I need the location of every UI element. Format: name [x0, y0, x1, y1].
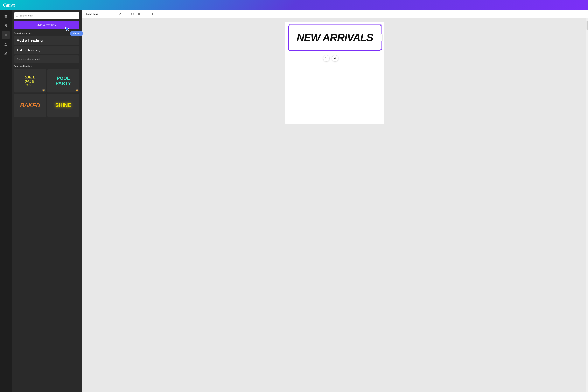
svg-point-10	[6, 62, 7, 62]
svg-rect-24	[144, 14, 144, 14]
sidebar-item-apps[interactable]	[2, 59, 10, 67]
crown-badge-sale: 👑	[42, 89, 45, 92]
spacing-icon	[150, 12, 153, 16]
svg-rect-3	[6, 16, 7, 18]
font-combo-pool-party[interactable]: POOL PARTY 👑	[47, 69, 79, 92]
font-combo-shine[interactable]: SHINE	[47, 94, 79, 117]
subheading-style-item[interactable]: Add a subheading	[14, 46, 79, 54]
list-button[interactable]	[142, 12, 148, 16]
text-panel: Add a text box Default text styles Add a…	[12, 10, 82, 131]
text-icon	[4, 34, 8, 36]
default-styles-title: Default text styles	[14, 32, 79, 34]
svg-rect-25	[145, 14, 146, 14]
sidebar-item-templates[interactable]	[2, 12, 10, 20]
align-button[interactable]	[136, 12, 142, 16]
font-selector[interactable]: Canva Sans	[84, 12, 110, 16]
sidebar-item-elements[interactable]	[2, 22, 10, 30]
sale-line2: SALE	[25, 80, 36, 83]
pool-line1: POOL	[56, 76, 71, 81]
font-combinations-title: Font combinations	[14, 65, 79, 68]
canva-logo: Canva	[3, 2, 14, 8]
increase-font-size-button[interactable]: +	[124, 12, 128, 16]
chevron-down-icon	[106, 13, 108, 15]
subheading-style-label: Add a subheading	[16, 48, 40, 52]
svg-point-11	[5, 63, 5, 63]
toolbar: Canva Sans − 24 +	[82, 10, 196, 18]
svg-point-13	[6, 63, 7, 63]
svg-point-14	[5, 64, 5, 64]
sidebar-item-draw[interactable]	[2, 50, 10, 58]
align-icon	[138, 12, 140, 16]
search-input[interactable]	[20, 14, 78, 17]
heading-style-item[interactable]: Add a heading	[14, 36, 79, 45]
draw-icon	[4, 52, 8, 55]
svg-rect-19	[138, 13, 140, 14]
search-bar	[14, 12, 79, 19]
svg-point-9	[6, 62, 6, 62]
font-combo-baked[interactable]: BAKED	[14, 94, 46, 117]
upload-icon	[4, 43, 8, 46]
svg-rect-23	[145, 13, 146, 14]
header-bar: Canva	[0, 0, 196, 10]
tooltip-marion: Marion	[70, 31, 83, 36]
spacing-button[interactable]	[149, 12, 154, 16]
font-combo-grid: SALE SALE SALE 👑 POOL PARTY 👑 BAKED SHIN…	[14, 69, 79, 117]
apps-icon	[4, 62, 8, 64]
sale-line3: SALE	[25, 84, 36, 86]
grid-icon	[4, 15, 8, 18]
svg-rect-0	[5, 15, 6, 16]
svg-rect-6	[6, 26, 7, 27]
svg-rect-20	[138, 14, 140, 14]
font-name-display: Canva Sans	[86, 13, 105, 15]
svg-rect-5	[6, 24, 7, 26]
elements-icon	[4, 24, 8, 27]
left-sidebar	[0, 10, 12, 131]
svg-rect-26	[144, 14, 144, 15]
svg-marker-28	[65, 26, 70, 32]
body-style-item[interactable]: Add a little bit of body text	[14, 56, 79, 63]
svg-point-8	[5, 62, 5, 62]
heading-style-label: Add a heading	[16, 38, 43, 42]
svg-point-18	[132, 13, 134, 15]
font-combo-sale[interactable]: SALE SALE SALE 👑	[14, 69, 46, 92]
baked-label: BAKED	[20, 102, 40, 109]
svg-rect-27	[145, 14, 146, 15]
svg-point-12	[6, 63, 6, 63]
body-style-label: Add a little bit of body text	[16, 58, 40, 60]
style-button[interactable]	[130, 12, 135, 16]
search-icon	[16, 14, 18, 17]
svg-rect-2	[5, 16, 6, 18]
crown-badge-pool: 👑	[76, 89, 78, 92]
pool-line2: PARTY	[56, 81, 71, 86]
svg-rect-22	[144, 13, 144, 14]
list-icon	[144, 12, 147, 16]
svg-rect-1	[6, 15, 7, 16]
svg-rect-21	[138, 14, 140, 15]
style-icon	[131, 12, 134, 16]
sidebar-item-uploads[interactable]	[2, 40, 10, 48]
font-size-display: 24	[118, 13, 122, 15]
decrease-font-size-button[interactable]: −	[112, 12, 117, 16]
svg-point-17	[16, 15, 18, 16]
canvas-area: NEW ARRIVALS ↻ ⊕	[82, 18, 196, 131]
sale-line1: SALE	[25, 75, 36, 80]
svg-point-16	[6, 64, 7, 64]
sidebar-item-text[interactable]	[2, 31, 10, 39]
svg-point-15	[6, 64, 6, 64]
shine-label: SHINE	[55, 102, 71, 108]
tooltip-label: Marion	[72, 32, 80, 34]
